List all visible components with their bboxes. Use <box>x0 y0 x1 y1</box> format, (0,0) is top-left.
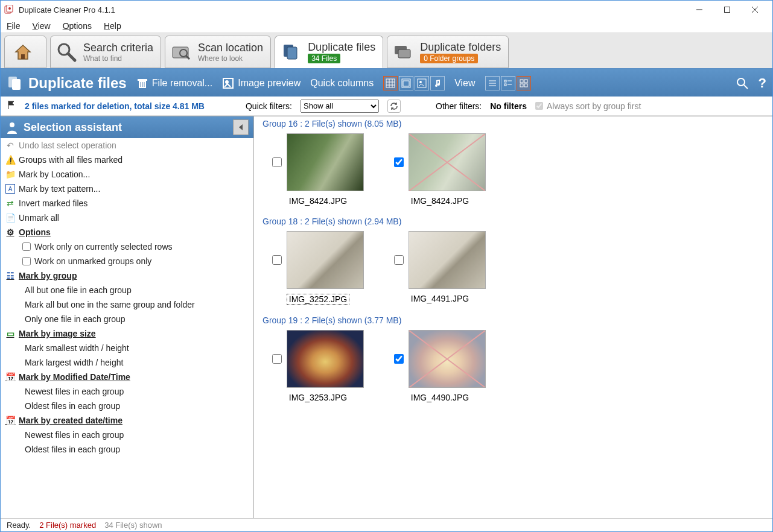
options-header[interactable]: ⚙Options <box>1 225 244 239</box>
svg-rect-40 <box>504 84 506 86</box>
selection-assistant-sidebar: Selection assistant ↶Undo last select op… <box>1 116 254 518</box>
thumbnail-image[interactable] <box>287 330 364 388</box>
mi-smallest[interactable]: Mark smallest width / height <box>1 341 244 355</box>
thumbnail-filename: IMG_8424.JPG <box>411 196 469 206</box>
mg-all-but-one[interactable]: All but one file in each group <box>1 283 244 297</box>
unmark-all[interactable]: 📄Unmark all <box>1 211 244 225</box>
no-filters-text: No filters <box>490 101 527 111</box>
unmark-icon: 📄 <box>5 213 15 223</box>
status-marked: 2 File(s) marked <box>39 521 96 530</box>
help-icon[interactable]: ? <box>759 75 766 91</box>
tab-label: Duplicate files <box>308 41 375 54</box>
thumbnail-image[interactable] <box>409 133 486 191</box>
svg-point-2 <box>8 7 11 10</box>
thumbnail-filename: IMG_3252.JPG <box>287 294 350 305</box>
quick-filters-label: Quick filters: <box>246 101 292 111</box>
thumbnail-filename: IMG_4491.JPG <box>411 294 469 303</box>
marked-summary: 2 files marked for deletion, total size … <box>25 101 205 111</box>
mi-largest[interactable]: Mark largest width / height <box>1 355 244 370</box>
col-music-icon[interactable] <box>430 76 445 90</box>
image-preview-button[interactable]: Image preview <box>222 77 301 89</box>
mg-all-but-one-folder[interactable]: Mark all but one in the same group and f… <box>1 297 244 312</box>
opt-unmarked-groups[interactable]: Work on unmarked groups only <box>1 254 244 268</box>
always-sort-checkbox[interactable]: Always sort by group first <box>535 101 641 111</box>
view-label: View <box>454 78 475 89</box>
mc-newest[interactable]: Newest files in each group <box>1 428 244 442</box>
mark-checkbox[interactable] <box>272 157 282 167</box>
mark-checkbox[interactable] <box>394 157 404 167</box>
thumbnail-filename: IMG_8424.JPG <box>289 196 348 206</box>
tab-duplicate-files[interactable]: Duplicate files34 Files <box>275 36 383 68</box>
md-newest[interactable]: Newest files in each group <box>1 384 244 399</box>
results-pane: Group 16 : 2 File(s) shown (8.05 MB)IMG_… <box>254 116 772 518</box>
thumbnail[interactable]: IMG_3253.JPG <box>272 330 364 402</box>
mark-by-text[interactable]: AMark by text pattern... <box>1 182 244 196</box>
view-list-icon[interactable] <box>485 76 500 90</box>
minimize-button[interactable] <box>686 1 713 19</box>
mark-by-modified-header[interactable]: 📅Mark by Modified Date/Time <box>1 370 244 384</box>
tabbar: Search criteriaWhat to find Scan locatio… <box>1 33 772 69</box>
svg-rect-7 <box>21 54 25 59</box>
mark-by-group-header[interactable]: ☷Mark by group <box>1 268 244 283</box>
thumbnail[interactable]: IMG_4490.JPG <box>394 330 486 402</box>
menu-file[interactable]: File <box>7 21 21 31</box>
svg-rect-42 <box>520 80 523 83</box>
files-badge: 34 Files <box>308 54 340 63</box>
svg-rect-32 <box>403 81 409 86</box>
thumbnail-image[interactable] <box>287 133 364 191</box>
menu-view[interactable]: View <box>33 21 51 31</box>
groups-all-marked[interactable]: ⚠️Groups with all files marked <box>1 153 244 167</box>
tab-scan-location[interactable]: Scan locationWhere to look <box>165 36 271 68</box>
svg-point-46 <box>737 78 745 86</box>
refresh-icon[interactable] <box>387 100 401 113</box>
menu-options[interactable]: Options <box>63 21 92 31</box>
tab-home[interactable] <box>4 36 46 68</box>
maximize-button[interactable] <box>713 1 741 19</box>
svg-point-48 <box>10 122 14 127</box>
mg-only-one[interactable]: Only one file in each group <box>1 312 244 326</box>
collapse-sidebar-button[interactable] <box>233 119 249 135</box>
folders-icon <box>391 40 415 64</box>
thumbnail-image[interactable] <box>409 330 486 388</box>
mark-by-created-header[interactable]: 📅Mark by created date/time <box>1 413 244 428</box>
col-image-icon[interactable] <box>415 76 429 90</box>
search-icon[interactable] <box>736 77 749 90</box>
invert-marked[interactable]: ⇄Invert marked files <box>1 196 244 211</box>
other-filters-label: Other filters: <box>436 101 482 111</box>
mark-by-image-size-header[interactable]: ▭Mark by image size <box>1 326 244 341</box>
thumbnail[interactable]: IMG_3252.JPG <box>272 231 364 305</box>
magnifier-icon <box>54 40 78 64</box>
quick-filter-select[interactable]: Show all <box>301 100 379 113</box>
mark-checkbox[interactable] <box>272 354 282 364</box>
opt-selected-rows[interactable]: Work only on currently selected rows <box>1 239 244 254</box>
mark-by-location[interactable]: 📁Mark by Location... <box>1 167 244 182</box>
tab-search-criteria[interactable]: Search criteriaWhat to find <box>50 36 161 68</box>
svg-rect-38 <box>504 80 506 82</box>
thumbnail[interactable]: IMG_8424.JPG <box>394 133 486 206</box>
undo-select[interactable]: ↶Undo last select operation <box>1 138 244 153</box>
md-oldest[interactable]: Oldest files in each group <box>1 399 244 413</box>
statusbar: Ready. 2 File(s) marked 34 File(s) shown <box>1 518 772 531</box>
tab-duplicate-folders[interactable]: Duplicate folders0 Folder groups <box>387 36 509 68</box>
results-body[interactable]: Group 16 : 2 File(s) shown (8.05 MB)IMG_… <box>254 116 772 518</box>
invert-icon: ⇄ <box>5 198 15 208</box>
mc-oldest[interactable]: Oldest files in each group <box>1 442 244 457</box>
close-button[interactable] <box>741 1 769 19</box>
thumbnail[interactable]: IMG_8424.JPG <box>272 133 364 206</box>
thumbnail-image[interactable] <box>287 231 364 289</box>
view-details-icon[interactable] <box>501 76 515 90</box>
menu-help[interactable]: Help <box>104 21 121 31</box>
mark-checkbox[interactable] <box>394 255 404 265</box>
svg-point-34 <box>420 81 422 83</box>
thumbnail-image[interactable] <box>409 231 486 289</box>
file-removal-button[interactable]: File removal... <box>136 77 212 89</box>
col-window-icon[interactable] <box>399 76 413 90</box>
image-size-icon: ▭ <box>5 329 15 338</box>
mark-checkbox[interactable] <box>394 354 404 364</box>
col-grid-icon[interactable] <box>383 76 398 90</box>
view-tiles-icon[interactable] <box>517 76 531 90</box>
svg-point-25 <box>226 81 228 83</box>
mark-checkbox[interactable] <box>272 255 282 265</box>
quick-columns-group <box>383 76 445 90</box>
thumbnail[interactable]: IMG_4491.JPG <box>394 231 486 305</box>
